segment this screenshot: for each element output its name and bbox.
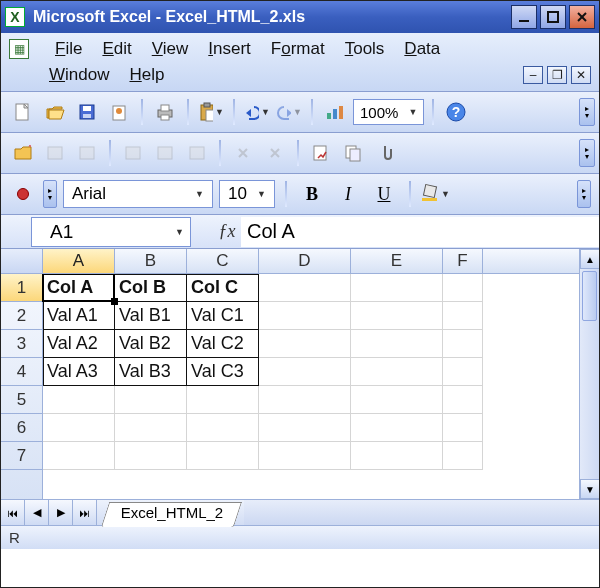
- row-header-4[interactable]: 4: [1, 358, 42, 386]
- toolbar-overflow-button[interactable]: ▸▾: [579, 139, 595, 167]
- font-size-combo[interactable]: 10 ▼: [219, 180, 275, 208]
- column-header-D[interactable]: D: [259, 249, 351, 273]
- select-all-corner[interactable]: [1, 249, 43, 273]
- help-icon[interactable]: ?: [442, 98, 470, 126]
- open-icon[interactable]: [41, 98, 69, 126]
- research-icon[interactable]: [307, 139, 335, 167]
- menu-view[interactable]: View: [152, 39, 189, 59]
- cell-F2[interactable]: [443, 302, 483, 330]
- menu-format[interactable]: Format: [271, 39, 325, 59]
- cell-D7[interactable]: [259, 442, 351, 470]
- cell-B4[interactable]: Val B3: [115, 358, 187, 386]
- cell-A5[interactable]: [43, 386, 115, 414]
- menu-window[interactable]: Window: [49, 65, 109, 85]
- fill-handle[interactable]: [111, 298, 118, 305]
- cell-A1[interactable]: Col A: [43, 274, 115, 302]
- cell-C5[interactable]: [187, 386, 259, 414]
- cell-A4[interactable]: Val A3: [43, 358, 115, 386]
- cell-D4[interactable]: [259, 358, 351, 386]
- vertical-scrollbar[interactable]: ▲ ▼: [579, 274, 599, 499]
- minimize-button[interactable]: [511, 5, 537, 29]
- workbook-restore-button[interactable]: ❐: [547, 66, 567, 84]
- sheet-nav-last[interactable]: ⏭: [73, 500, 97, 525]
- cell-F4[interactable]: [443, 358, 483, 386]
- menu-help[interactable]: Help: [129, 65, 164, 85]
- chart-wizard-icon[interactable]: [321, 98, 349, 126]
- redo-icon[interactable]: ▼: [275, 98, 303, 126]
- cell-D6[interactable]: [259, 414, 351, 442]
- cell-A2[interactable]: Val A1: [43, 302, 115, 330]
- print-icon[interactable]: [151, 98, 179, 126]
- underline-button[interactable]: U: [369, 180, 399, 208]
- column-header-C[interactable]: C: [187, 249, 259, 273]
- scroll-thumb[interactable]: [582, 274, 597, 321]
- attach-icon[interactable]: [371, 139, 399, 167]
- cell-E5[interactable]: [351, 386, 443, 414]
- new-icon[interactable]: [9, 98, 37, 126]
- cell-B6[interactable]: [115, 414, 187, 442]
- cell-C1[interactable]: Col C: [187, 274, 259, 302]
- cell-E1[interactable]: [351, 274, 443, 302]
- menu-data[interactable]: Data: [404, 39, 440, 59]
- fill-color-button[interactable]: ▼: [421, 180, 451, 208]
- row-header-3[interactable]: 3: [1, 330, 42, 358]
- row-header-7[interactable]: 7: [1, 442, 42, 470]
- cell-A3[interactable]: Val A2: [43, 330, 115, 358]
- cell-B7[interactable]: [115, 442, 187, 470]
- toolbar-overflow-button[interactable]: ▸▾: [577, 180, 591, 208]
- menu-edit[interactable]: Edit: [102, 39, 131, 59]
- menu-file[interactable]: File: [55, 39, 82, 59]
- cells-area[interactable]: Col ACol BCol CVal A1Val B1Val C1Val A2V…: [43, 274, 599, 499]
- cell-F6[interactable]: [443, 414, 483, 442]
- row-header-1[interactable]: 1: [1, 274, 42, 302]
- column-header-A[interactable]: A: [43, 249, 115, 273]
- copy-icon[interactable]: [339, 139, 367, 167]
- close-button[interactable]: [569, 5, 595, 29]
- bold-button[interactable]: B: [297, 180, 327, 208]
- permission-icon[interactable]: [105, 98, 133, 126]
- menu-insert[interactable]: Insert: [208, 39, 251, 59]
- cell-C3[interactable]: Val C2: [187, 330, 259, 358]
- paste-icon[interactable]: ▼: [197, 98, 225, 126]
- workbook-minimize-button[interactable]: –: [523, 66, 543, 84]
- cell-D2[interactable]: [259, 302, 351, 330]
- cell-D1[interactable]: [259, 274, 351, 302]
- scroll-track[interactable]: [580, 323, 599, 479]
- italic-button[interactable]: I: [333, 180, 363, 208]
- cell-D5[interactable]: [259, 386, 351, 414]
- column-header-F[interactable]: F: [443, 249, 483, 273]
- cell-B3[interactable]: Val B2: [115, 330, 187, 358]
- save-icon[interactable]: [73, 98, 101, 126]
- toolbar-overflow-button[interactable]: ▸▾: [579, 98, 595, 126]
- cell-E4[interactable]: [351, 358, 443, 386]
- sheet-nav-next[interactable]: ▶: [49, 500, 73, 525]
- cell-F1[interactable]: [443, 274, 483, 302]
- font-combo[interactable]: Arial ▼: [63, 180, 213, 208]
- cell-C4[interactable]: Val C3: [187, 358, 259, 386]
- sheet-tab[interactable]: Excel_HTML_2: [101, 502, 242, 527]
- cell-E3[interactable]: [351, 330, 443, 358]
- formula-input[interactable]: Col A: [241, 217, 599, 247]
- row-header-6[interactable]: 6: [1, 414, 42, 442]
- cell-E7[interactable]: [351, 442, 443, 470]
- sheet-track[interactable]: [244, 500, 599, 525]
- name-box[interactable]: A1 ▼: [31, 217, 191, 247]
- cell-C2[interactable]: Val C1: [187, 302, 259, 330]
- cell-B2[interactable]: Val B1: [115, 302, 187, 330]
- row-header-2[interactable]: 2: [1, 302, 42, 330]
- maximize-button[interactable]: [540, 5, 566, 29]
- cell-C7[interactable]: [187, 442, 259, 470]
- cell-A6[interactable]: [43, 414, 115, 442]
- undo-icon[interactable]: ▼: [243, 98, 271, 126]
- cell-F3[interactable]: [443, 330, 483, 358]
- row-header-5[interactable]: 5: [1, 386, 42, 414]
- column-header-E[interactable]: E: [351, 249, 443, 273]
- fx-icon[interactable]: ƒx: [213, 221, 241, 242]
- zoom-combo[interactable]: 100%▼: [353, 99, 424, 125]
- cell-F5[interactable]: [443, 386, 483, 414]
- cell-F7[interactable]: [443, 442, 483, 470]
- sheet-nav-prev[interactable]: ◀: [25, 500, 49, 525]
- column-header-B[interactable]: B: [115, 249, 187, 273]
- toolbar-overflow-button[interactable]: ▸▾: [43, 180, 57, 208]
- cell-E2[interactable]: [351, 302, 443, 330]
